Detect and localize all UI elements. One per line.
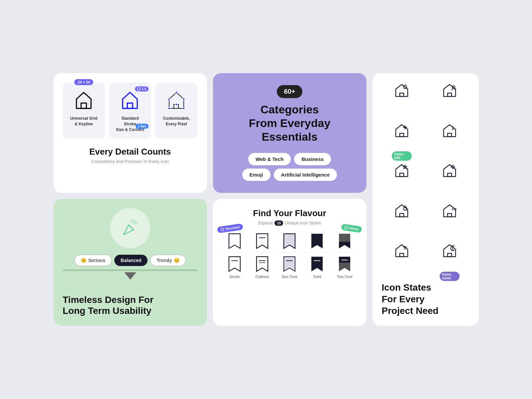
svg-rect-6 xyxy=(127,103,133,108)
cat-web-tech[interactable]: Web & Tech xyxy=(248,153,291,165)
sharp-badge: Sharp xyxy=(341,223,362,232)
tone-trendy-btn[interactable]: Trendy 😊 xyxy=(150,255,186,266)
svg-point-11 xyxy=(168,107,170,109)
card-flavour: Find Your Flavour Explore 10 Unique Icon… xyxy=(213,199,367,326)
cat-row-1: Web & Tech Business xyxy=(248,153,331,165)
svg-point-23 xyxy=(452,126,453,127)
state-home-star xyxy=(382,163,422,195)
state-home-moon: home-moon xyxy=(430,243,470,275)
state-home-sleep: zzz xyxy=(430,203,470,235)
svg-rect-41 xyxy=(345,226,348,229)
icon-demos: 24 × 24 Universal Grid& Keyline 1.5 xyxy=(63,82,198,138)
cat-row-2: Emoji Artificial Intelligence xyxy=(242,169,337,181)
card-detail: 24 × 24 Universal Grid& Keyline 1.5 xyxy=(53,73,207,193)
bookmark-top-grid: Rounded xyxy=(222,232,357,250)
svg-rect-35 xyxy=(448,213,452,217)
demo-box-grid: 24 × 24 Universal Grid& Keyline xyxy=(63,82,105,138)
timeless-title: Timeless Design ForLong Term Usability xyxy=(63,294,198,317)
style-label-twotone: Two-Tone xyxy=(337,275,353,279)
trendy-label: Trendy xyxy=(157,258,172,263)
timeless-top: 😐 Serious Balanced Trendy 😊 xyxy=(63,208,198,286)
svg-point-9 xyxy=(168,98,170,100)
flavour-title: Find Your Flavour xyxy=(222,208,357,218)
tone-buttons: 😐 Serious Balanced Trendy 😊 xyxy=(74,255,186,266)
balanced-label: Balanced xyxy=(121,258,141,263)
detail-heading: Every Detail Counts xyxy=(63,147,198,157)
svg-point-12 xyxy=(183,107,185,109)
flavour-sub: Explore 10 Unique Icon Styles xyxy=(222,220,357,226)
serious-emoji: 😐 xyxy=(81,258,86,263)
divider xyxy=(222,252,357,253)
corner-badge: 1.5 xyxy=(135,86,149,91)
card-timeless: 😐 Serious Balanced Trendy 😊 Timeless Des… xyxy=(53,199,207,326)
bookmark-duotone-top xyxy=(277,232,302,250)
states-title: Icon StatesFor EveryProject Need xyxy=(382,282,470,317)
state-home-info xyxy=(430,123,470,155)
bookmark-solid-top xyxy=(305,232,330,250)
bookmark-twotone-top: Sharp xyxy=(332,232,357,250)
bookmark-stroke-bot: Stroke xyxy=(222,255,247,279)
categories-title: CategoriesFrom EverydayEssentials xyxy=(249,103,331,143)
states-icons-grid: home-add xyxy=(382,82,470,275)
count-badge: 60+ xyxy=(277,85,303,98)
bookmark-outlined-top xyxy=(250,232,274,250)
home-moon-pill: home-moon xyxy=(440,272,460,281)
svg-point-8 xyxy=(175,91,177,93)
demo3-label: Customizable,Every Pixel xyxy=(163,116,190,127)
trendy-emoji: 😊 xyxy=(174,258,179,263)
svg-rect-22 xyxy=(448,133,452,137)
svg-rect-37 xyxy=(400,253,404,257)
svg-point-38 xyxy=(404,249,405,250)
svg-text:zzz: zzz xyxy=(452,207,457,211)
balance-bar xyxy=(63,269,198,271)
state-home-sun xyxy=(430,163,470,195)
svg-rect-27 xyxy=(448,173,452,177)
px-badge: 1.5px xyxy=(136,124,149,129)
svg-rect-17 xyxy=(448,93,452,96)
home-add-pill: home-add xyxy=(392,151,412,161)
bookmark-outlined-bot: Outlined xyxy=(250,255,274,279)
svg-rect-33 xyxy=(400,213,404,217)
state-home-lock xyxy=(382,203,422,235)
bookmark-twotone-bot: Two-Tone xyxy=(332,255,357,279)
style-label-solid: Solid xyxy=(313,275,321,279)
svg-rect-25 xyxy=(400,173,404,177)
style-label-duotone: Duo-Tone xyxy=(282,275,298,279)
state-home-wifi xyxy=(382,243,422,275)
svg-rect-19 xyxy=(400,133,404,137)
bookmark-stroke-top: Rounded xyxy=(222,232,247,250)
tone-serious-btn[interactable]: 😐 Serious xyxy=(74,255,112,266)
style-label-stroke: Stroke xyxy=(229,275,240,279)
cat-tags: Web & Tech Business Emoji Artificial Int… xyxy=(222,153,357,181)
svg-rect-14 xyxy=(400,93,404,96)
card-states: home-add xyxy=(372,73,479,326)
cat-business[interactable]: Business xyxy=(294,153,331,165)
state-home-add: home-add xyxy=(382,123,422,155)
bookmark-solid-bot: Solid xyxy=(305,255,330,279)
balance-triangle xyxy=(124,272,136,280)
bookmark-bottom-grid: Stroke Outlined Duo-Tone xyxy=(222,255,357,279)
cat-emoji[interactable]: Emoji xyxy=(242,169,270,181)
style-label-outlined: Outlined xyxy=(255,275,269,279)
flavour-sub-text2: Unique Icon Styles xyxy=(285,220,321,225)
state-home-tag xyxy=(382,82,422,115)
svg-rect-5 xyxy=(138,88,140,90)
circle-bg xyxy=(110,208,150,248)
svg-rect-39 xyxy=(448,253,452,257)
flavour-count: 10 xyxy=(274,220,283,226)
tone-balanced-btn[interactable]: Balanced xyxy=(114,255,148,266)
grid-badge: 24 × 24 xyxy=(74,79,93,85)
bookmark-duotone-bot: Duo-Tone xyxy=(277,255,302,279)
state-home-user xyxy=(430,82,470,115)
flavour-sub-text: Explore xyxy=(258,220,273,225)
svg-point-10 xyxy=(183,98,185,100)
svg-point-13 xyxy=(175,103,177,105)
demo1-label: Universal Grid& Keyline xyxy=(70,116,97,127)
detail-sub: Consistency And Precision In Every Icon xyxy=(63,159,198,164)
svg-rect-40 xyxy=(221,228,224,231)
cat-ai[interactable]: Artificial Intelligence xyxy=(274,169,337,181)
card-categories: 60+ CategoriesFrom EverydayEssentials We… xyxy=(213,73,367,193)
demo-box-stroke: 1.5 1.5px Standard StrokeSize & Corners xyxy=(109,82,151,138)
main-grid: 24 × 24 Universal Grid& Keyline 1.5 xyxy=(53,73,479,326)
demo-box-custom: Customizable,Every Pixel xyxy=(155,82,197,138)
